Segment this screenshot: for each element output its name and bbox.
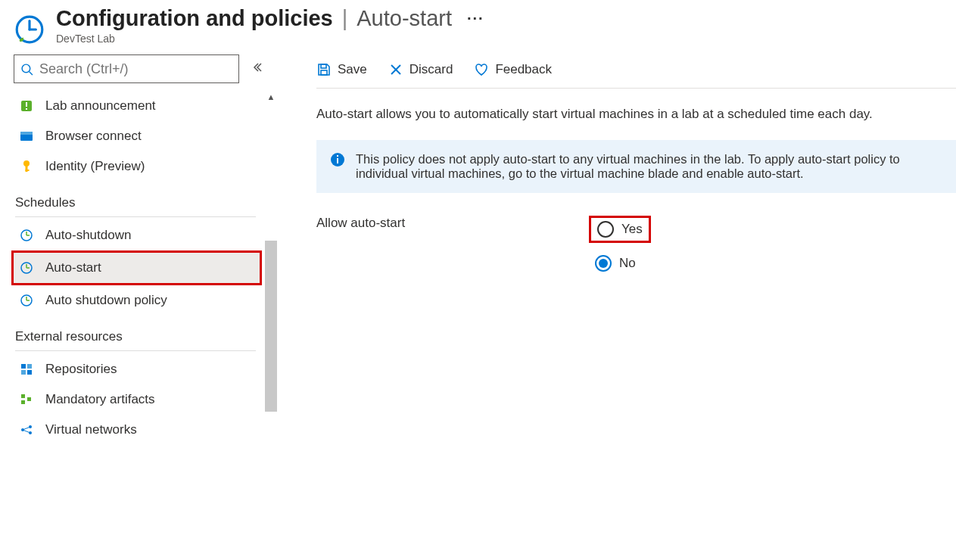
info-icon: [330, 152, 345, 167]
svg-rect-27: [21, 400, 25, 404]
section-header-schedules: Schedules: [14, 182, 262, 215]
sidebar-item-label: Mandatory artifacts: [45, 392, 155, 407]
search-input[interactable]: [39, 61, 232, 77]
svg-rect-22: [21, 364, 26, 369]
page-header: Configuration and policies | Auto-start …: [0, 0, 956, 54]
radio-circle: [597, 221, 614, 238]
clock-icon: [20, 294, 33, 307]
sidebar-item-label: Identity (Preview): [45, 159, 145, 174]
svg-rect-24: [21, 370, 26, 375]
sidebar-item-browser-connect[interactable]: Browser connect: [14, 121, 262, 151]
sidebar-item-identity[interactable]: Identity (Preview): [14, 151, 262, 182]
radio-label: No: [619, 256, 636, 271]
repo-icon: [20, 362, 33, 376]
toolbar-label: Discard: [409, 62, 453, 77]
title-separator: |: [342, 6, 348, 31]
sidebar-item-label: Lab announcement: [45, 98, 156, 114]
svg-rect-28: [27, 397, 31, 401]
collapse-sidebar-button[interactable]: [248, 58, 266, 79]
svg-rect-6: [26, 102, 27, 107]
scrollbar[interactable]: ▲: [265, 91, 277, 445]
svg-rect-26: [21, 394, 25, 398]
divider: [15, 350, 256, 351]
sidebar: Lab announcement Browser connect Identit…: [0, 54, 280, 445]
svg-line-4: [30, 71, 33, 74]
radio-yes[interactable]: Yes: [589, 216, 651, 243]
clock-icon: [20, 229, 33, 242]
sidebar-item-repositories[interactable]: Repositories: [14, 354, 262, 384]
svg-rect-35: [321, 70, 327, 75]
radio-label: Yes: [621, 222, 643, 237]
form-label: Allow auto-start: [316, 216, 589, 231]
sidebar-item-label: Auto-start: [45, 260, 101, 275]
sidebar-item-lab-announcement[interactable]: Lab announcement: [14, 91, 262, 121]
svg-rect-25: [27, 370, 32, 375]
search-input-container[interactable]: [14, 54, 239, 83]
clock-icon: [20, 261, 33, 275]
artifacts-icon: [20, 393, 33, 406]
close-icon: [388, 62, 403, 77]
title-sub: Auto-start: [357, 6, 452, 31]
section-header-external: External resources: [14, 316, 262, 349]
browser-icon: [20, 129, 33, 143]
svg-rect-23: [27, 364, 32, 369]
save-button[interactable]: Save: [316, 62, 367, 77]
resource-type: DevTest Lab: [56, 33, 942, 45]
sidebar-item-auto-start[interactable]: Auto-start: [14, 253, 260, 283]
toolbar-label: Feedback: [495, 62, 552, 77]
svg-point-10: [23, 160, 30, 166]
toolbar: Save Discard Feedback: [316, 54, 956, 89]
page-title: Configuration and policies | Auto-start …: [56, 6, 942, 31]
svg-rect-34: [321, 64, 326, 68]
sidebar-item-label: Auto-shutdown: [45, 228, 131, 243]
resource-icon: [14, 14, 45, 45]
svg-rect-9: [20, 132, 33, 135]
sidebar-item-mandatory-artifacts[interactable]: Mandatory artifacts: [14, 384, 262, 415]
heart-icon: [474, 62, 489, 77]
key-icon: [20, 160, 33, 173]
svg-line-33: [23, 430, 30, 433]
radio-circle-selected: [595, 255, 612, 272]
radio-group-allow-autostart: Yes No: [589, 216, 651, 275]
sidebar-item-label: Repositories: [45, 362, 117, 377]
svg-line-32: [23, 427, 30, 430]
info-banner: This policy does not apply auto-start to…: [316, 140, 956, 193]
title-main: Configuration and policies: [56, 6, 333, 31]
sidebar-item-auto-shutdown-policy[interactable]: Auto shutdown policy: [14, 285, 262, 316]
svg-rect-7: [26, 108, 27, 110]
toolbar-label: Save: [338, 62, 367, 77]
sidebar-item-auto-shutdown[interactable]: Auto-shutdown: [14, 220, 262, 250]
svg-point-3: [22, 64, 30, 73]
description-text: Auto-start allows you to automatically s…: [316, 107, 956, 122]
sidebar-item-label: Browser connect: [45, 129, 142, 144]
sidebar-item-label: Auto shutdown policy: [45, 293, 167, 308]
sidebar-item-label: Virtual networks: [45, 422, 137, 437]
network-icon: [20, 423, 33, 437]
feedback-button[interactable]: Feedback: [474, 62, 552, 77]
scroll-up-icon[interactable]: ▲: [265, 91, 277, 103]
sidebar-item-virtual-networks[interactable]: Virtual networks: [14, 415, 262, 445]
svg-rect-12: [26, 170, 30, 171]
save-icon: [316, 62, 332, 77]
announcement-icon: [20, 99, 33, 113]
form-row-allow-autostart: Allow auto-start Yes No: [316, 216, 956, 275]
info-text: This policy does not apply auto-start to…: [356, 152, 942, 181]
discard-button[interactable]: Discard: [388, 62, 453, 77]
svg-rect-39: [337, 158, 338, 163]
search-icon: [20, 63, 33, 76]
scroll-thumb[interactable]: [265, 241, 277, 412]
divider: [15, 216, 256, 217]
more-icon[interactable]: ···: [467, 10, 484, 27]
radio-no[interactable]: No: [589, 252, 651, 275]
content-pane: Save Discard Feedback Auto-start allows …: [280, 54, 956, 445]
svg-rect-40: [337, 155, 338, 157]
